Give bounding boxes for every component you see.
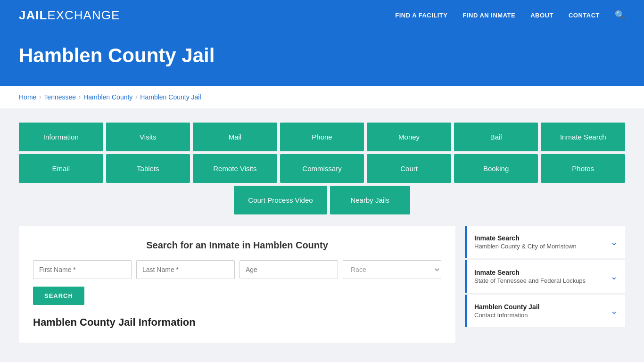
logo-jail: JAIL — [19, 8, 47, 23]
sidebar-item-contact-info[interactable]: Hamblen County Jail Contact Information … — [465, 295, 625, 327]
main-content: Information Visits Mail Phone Money Bail… — [0, 108, 644, 357]
breadcrumb-hamblen-county-jail[interactable]: Hamblen County Jail — [140, 93, 201, 101]
btn-email[interactable]: Email — [19, 154, 103, 183]
main-nav: FIND A FACILITY FIND AN INMATE ABOUT CON… — [395, 10, 625, 20]
breadcrumb-home[interactable]: Home — [19, 93, 36, 101]
btn-remote-visits[interactable]: Remote Visits — [193, 154, 277, 183]
category-grid-row2: Email Tablets Remote Visits Commissary C… — [19, 154, 625, 183]
search-fields: Race White Black Hispanic Asian Other — [33, 260, 441, 279]
nav-find-facility[interactable]: FIND A FACILITY — [395, 12, 447, 19]
category-grid-row3: Court Process Video Nearby Jails — [19, 186, 625, 214]
btn-booking[interactable]: Booking — [454, 154, 538, 183]
nav-about[interactable]: ABOUT — [530, 12, 553, 19]
sidebar-item-inmate-search-state[interactable]: Inmate Search State of Tennessee and Fed… — [465, 260, 625, 293]
inmate-search-box: Search for an Inmate in Hamblen County R… — [19, 226, 455, 343]
btn-inmate-search[interactable]: Inmate Search — [541, 123, 625, 151]
breadcrumb-sep-2: › — [79, 94, 81, 100]
nav-contact[interactable]: CONTACT — [569, 12, 600, 19]
logo[interactable]: JAILEXCHANGE — [19, 8, 120, 23]
btn-commissary[interactable]: Commissary — [280, 154, 364, 183]
search-box-title: Search for an Inmate in Hamblen County — [33, 240, 441, 251]
btn-court[interactable]: Court — [367, 154, 451, 183]
btn-mail[interactable]: Mail — [193, 123, 277, 151]
sidebar-item-subtitle-2: State of Tennessee and Federal Lockups — [474, 277, 586, 284]
breadcrumb-sep-1: › — [39, 94, 41, 100]
btn-visits[interactable]: Visits — [106, 123, 190, 151]
sidebar-item-subtitle-1: Hamblen County & City of Morristown — [474, 243, 577, 250]
btn-court-process-video[interactable]: Court Process Video — [234, 186, 327, 214]
logo-exchange: EXCHANGE — [47, 8, 120, 23]
breadcrumb-tennessee[interactable]: Tennessee — [44, 93, 76, 101]
breadcrumb-hamblen-county[interactable]: Hamblen County — [83, 93, 132, 101]
chevron-down-icon-2: ⌄ — [611, 272, 618, 282]
breadcrumb: Home › Tennessee › Hamblen County › Hamb… — [19, 93, 625, 101]
last-name-input[interactable] — [136, 260, 235, 279]
chevron-down-icon-3: ⌄ — [611, 306, 618, 316]
btn-photos[interactable]: Photos — [541, 154, 625, 183]
sidebar: Inmate Search Hamblen County & City of M… — [465, 226, 625, 343]
info-section-title: Hamblen County Jail Information — [33, 316, 441, 329]
btn-information[interactable]: Information — [19, 123, 103, 151]
sidebar-item-subtitle-3: Contact Information — [474, 312, 539, 319]
sidebar-item-title-3: Hamblen County Jail — [474, 303, 539, 311]
search-button[interactable]: SEARCH — [33, 287, 84, 305]
sidebar-item-inmate-search-local[interactable]: Inmate Search Hamblen County & City of M… — [465, 226, 625, 258]
sidebar-item-title-2: Inmate Search — [474, 269, 586, 276]
sidebar-item-title-1: Inmate Search — [474, 234, 577, 242]
breadcrumb-sep-3: › — [135, 94, 137, 100]
btn-money[interactable]: Money — [367, 123, 451, 151]
btn-nearby-jails[interactable]: Nearby Jails — [330, 186, 410, 214]
search-icon[interactable]: 🔍 — [615, 10, 625, 20]
nav-find-inmate[interactable]: FIND AN INMATE — [462, 12, 515, 19]
age-input[interactable] — [239, 260, 338, 279]
first-name-input[interactable] — [33, 260, 132, 279]
hero-section: Hamblen County Jail — [0, 30, 644, 86]
breadcrumb-bar: Home › Tennessee › Hamblen County › Hamb… — [0, 86, 644, 108]
race-select[interactable]: Race White Black Hispanic Asian Other — [343, 260, 441, 279]
btn-phone[interactable]: Phone — [280, 123, 364, 151]
btn-bail[interactable]: Bail — [454, 123, 538, 151]
btn-tablets[interactable]: Tablets — [106, 154, 190, 183]
page-title: Hamblen County Jail — [19, 44, 625, 67]
category-grid-row1: Information Visits Mail Phone Money Bail… — [19, 123, 625, 151]
chevron-down-icon-1: ⌄ — [611, 237, 618, 247]
content-layout: Search for an Inmate in Hamblen County R… — [19, 226, 625, 343]
header: JAILEXCHANGE FIND A FACILITY FIND AN INM… — [0, 0, 644, 30]
